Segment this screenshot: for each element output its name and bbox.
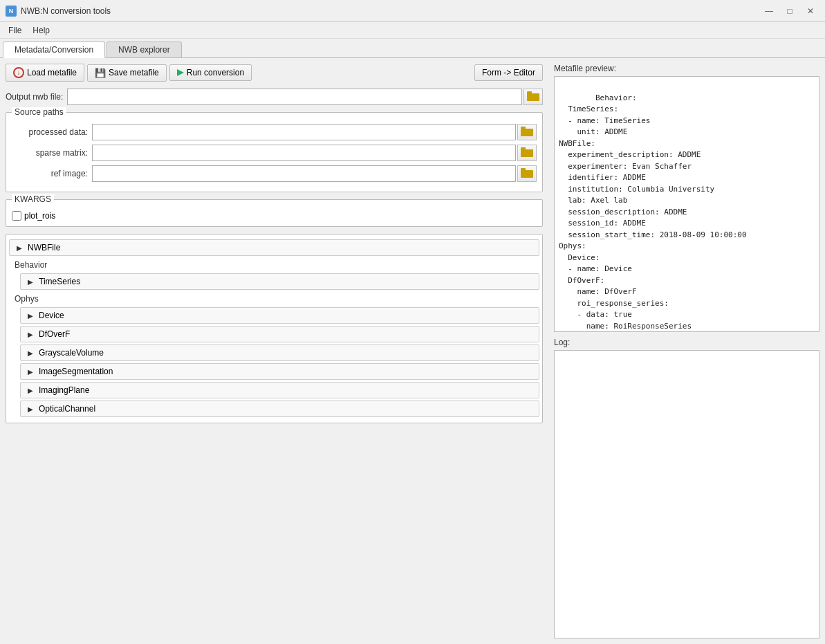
toolbar: ↓ Load metafile 💾 Save metafile Run conv… [6, 64, 543, 82]
folder-icon [527, 91, 539, 103]
folder-icon-sparse [521, 147, 533, 159]
run-conversion-label: Run conversion [187, 68, 244, 77]
run-icon [177, 69, 184, 76]
title-bar-controls: — □ ✕ [760, 4, 819, 18]
ref-image-folder-button[interactable] [517, 165, 537, 182]
tab-bar: Metadata/Conversion NWB explorer [0, 39, 825, 58]
sparse-matrix-folder-button[interactable] [517, 145, 537, 161]
tab-nwb-explorer[interactable]: NWB explorer [106, 42, 182, 57]
menu-file[interactable]: File [3, 24, 27, 37]
tree-arrow-grayscale: ▶ [26, 349, 35, 357]
folder-icon-processed [521, 127, 533, 138]
right-panel: Metafile preview: Behavior: TimeSeries: … [548, 58, 825, 644]
tree-item-opticalchannel[interactable]: ▶ OpticalChannel [20, 401, 539, 417]
tree-item-imagingplane[interactable]: ▶ ImagingPlane [20, 382, 539, 398]
tree-arrow-dfoverf: ▶ [26, 330, 35, 338]
load-icon: ↓ [13, 67, 24, 78]
title-bar: N NWB:N conversion tools — □ ✕ [0, 0, 825, 22]
save-metafile-button[interactable]: 💾 Save metafile [87, 64, 167, 82]
window-title: NWB:N conversion tools [21, 6, 760, 16]
tree-item-timeseries[interactable]: ▶ TimeSeries [20, 273, 539, 290]
tree-item-grayscalevolume[interactable]: ▶ GrayscaleVolume [20, 344, 539, 361]
tree-arrow-timeseries: ▶ [26, 277, 35, 286]
sparse-matrix-input[interactable] [92, 145, 516, 161]
tree-item-device[interactable]: ▶ Device [20, 307, 539, 324]
metafile-preview-section: Metafile preview: Behavior: TimeSeries: … [554, 64, 819, 332]
tree-item-dfoverf-label: DfOverF [39, 329, 70, 339]
close-button[interactable]: ✕ [801, 4, 819, 18]
tab-metadata[interactable]: Metadata/Conversion [3, 42, 105, 58]
left-panel: ↓ Load metafile 💾 Save metafile Run conv… [0, 58, 548, 644]
sparse-matrix-label: sparse matrix: [12, 148, 88, 158]
output-nwb-input[interactable] [67, 89, 522, 105]
tree-item-dfoverf[interactable]: ▶ DfOverF [20, 326, 539, 342]
ref-image-input[interactable] [92, 165, 516, 182]
plot-rois-label: plot_rois [24, 211, 55, 221]
behavior-children: ▶ TimeSeries [9, 273, 539, 290]
tree-item-grayscalevolume-label: GrayscaleVolume [39, 348, 104, 358]
tree-item-imagesegmentation[interactable]: ▶ ImageSegmentation [20, 363, 539, 380]
tree-item-nwbfile[interactable]: ▶ NWBFile [9, 239, 539, 256]
menu-help[interactable]: Help [27, 24, 55, 37]
processed-data-input[interactable] [92, 124, 516, 140]
log-section: Log: [554, 338, 819, 638]
load-metafile-button[interactable]: ↓ Load metafile [6, 64, 84, 82]
tree-arrow-imageseg: ▶ [26, 367, 35, 376]
save-icon: 💾 [95, 68, 106, 78]
run-conversion-button[interactable]: Run conversion [169, 64, 252, 81]
processed-data-folder-button[interactable] [517, 124, 537, 140]
tree-arrow-imagingplane: ▶ [26, 386, 35, 394]
source-paths-label: Source paths [12, 107, 66, 117]
ophys-group-label: Ophys [9, 293, 539, 305]
metafile-preview-box[interactable]: Behavior: TimeSeries: - name: TimeSeries… [554, 76, 819, 332]
svg-rect-1 [527, 91, 532, 95]
tree-group-behavior: Behavior ▶ TimeSeries [9, 259, 539, 290]
maximize-button[interactable]: □ [781, 4, 799, 18]
metafile-preview-content: Behavior: TimeSeries: - name: TimeSeries… [559, 93, 747, 333]
main-container: ↓ Load metafile 💾 Save metafile Run conv… [0, 58, 825, 644]
svg-rect-7 [521, 168, 526, 172]
minimize-button[interactable]: — [760, 4, 778, 18]
log-label: Log: [554, 338, 819, 347]
tree-area: ▶ NWBFile Behavior ▶ TimeSeries Ophys [6, 234, 543, 423]
menu-bar: File Help [0, 22, 825, 39]
form-editor-button[interactable]: Form -> Editor [474, 64, 543, 81]
folder-icon-ref [521, 168, 533, 180]
tree-item-device-label: Device [39, 311, 64, 320]
sparse-matrix-row: sparse matrix: [12, 145, 537, 161]
tree-item-imagingplane-label: ImagingPlane [39, 385, 89, 395]
behavior-group-label: Behavior [9, 259, 539, 271]
metafile-preview-label: Metafile preview: [554, 64, 819, 73]
tree-arrow-nwbfile: ▶ [15, 243, 24, 252]
tree-group-ophys: Ophys ▶ Device ▶ DfOverF ▶ GrayscaleVolu… [9, 293, 539, 417]
kwargs-group: KWARGS plot_rois [6, 199, 543, 227]
processed-data-label: processed data: [12, 127, 88, 137]
save-metafile-label: Save metafile [109, 68, 159, 77]
ref-image-row: ref image: [12, 165, 537, 182]
tree-arrow-opticalchannel: ▶ [26, 405, 35, 413]
ophys-children: ▶ Device ▶ DfOverF ▶ GrayscaleVolume ▶ I… [9, 307, 539, 417]
output-row: Output nwb file: [6, 89, 543, 105]
plot-rois-checkbox[interactable] [12, 211, 21, 221]
tree-item-timeseries-label: TimeSeries [39, 277, 80, 286]
tree-item-imagesegmentation-label: ImageSegmentation [39, 367, 113, 376]
svg-rect-3 [521, 127, 526, 130]
plot-rois-row: plot_rois [12, 211, 537, 221]
ref-image-label: ref image: [12, 169, 88, 178]
processed-data-row: processed data: [12, 124, 537, 140]
app-icon: N [6, 6, 17, 17]
output-folder-button[interactable] [523, 89, 543, 105]
tree-item-opticalchannel-label: OpticalChannel [39, 404, 95, 414]
tree-item-nwbfile-label: NWBFile [28, 243, 60, 252]
source-paths-group: Source paths processed data: [6, 112, 543, 192]
tree-arrow-device: ▶ [26, 311, 35, 320]
load-metafile-label: Load metafile [27, 68, 77, 77]
log-box[interactable] [554, 350, 819, 638]
svg-rect-5 [521, 147, 526, 151]
kwargs-label: KWARGS [12, 194, 54, 204]
output-label: Output nwb file: [6, 92, 63, 102]
